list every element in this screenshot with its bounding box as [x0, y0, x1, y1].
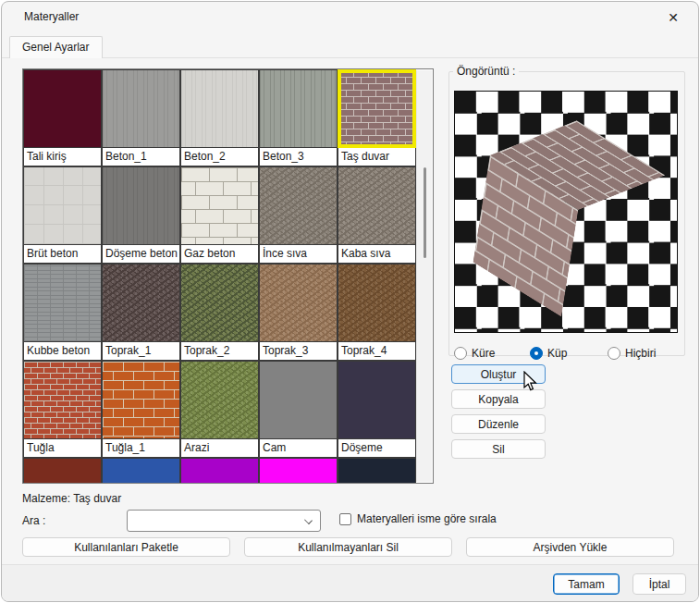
checkbox-box[interactable]: [339, 513, 351, 525]
copy-button[interactable]: Kopyala: [451, 389, 546, 409]
material-thumbnail[interactable]: [338, 458, 416, 484]
material-label: Taş duvar: [338, 148, 416, 166]
material-tile-toprak-2[interactable]: Toprak_2: [180, 264, 259, 361]
material-tile[interactable]: [338, 458, 416, 484]
delete-unused-button[interactable]: Kullanılmayanları Sil: [244, 537, 452, 557]
material-thumbnail[interactable]: [23, 458, 102, 484]
material-thumbnail[interactable]: [259, 361, 338, 439]
material-thumbnail[interactable]: [180, 361, 259, 439]
material-label: Beton_3: [259, 148, 338, 166]
material-thumbnail[interactable]: [338, 361, 416, 439]
material-label: Toprak_1: [102, 342, 180, 361]
material-tile-cam[interactable]: Cam: [259, 361, 338, 458]
material-thumbnail[interactable]: [102, 69, 180, 148]
material-label: Tali kiriş: [23, 148, 102, 166]
material-tile[interactable]: [180, 458, 259, 484]
material-thumbnail[interactable]: [102, 361, 180, 439]
material-thumbnail[interactable]: [23, 69, 102, 148]
material-tile[interactable]: [23, 458, 102, 484]
material-tile-arazi[interactable]: Arazi: [180, 361, 259, 458]
material-label: Beton_1: [102, 148, 180, 166]
material-tile-tu-la-1[interactable]: Tuğla_1: [102, 361, 180, 458]
material-tile-beton-3[interactable]: Beton_3: [259, 69, 338, 166]
material-thumbnail[interactable]: [102, 264, 180, 342]
scrollbar[interactable]: [416, 70, 432, 482]
material-label: Beton_2: [180, 148, 259, 166]
material-tile-toprak-4[interactable]: Toprak_4: [338, 264, 416, 361]
selected-material-label: Malzeme: Taş duvar: [22, 492, 121, 505]
material-label: Toprak_4: [338, 342, 416, 361]
material-label: Tuğla: [23, 439, 102, 458]
material-label: Brüt beton: [23, 245, 102, 264]
material-label: İnce sıva: [259, 245, 338, 264]
material-thumbnail[interactable]: [338, 69, 416, 148]
delete-button[interactable]: Sil: [451, 439, 546, 459]
material-thumbnail[interactable]: [102, 458, 180, 484]
load-from-archive-button[interactable]: Arşivden Yükle: [466, 537, 674, 557]
material-thumbnail[interactable]: [102, 166, 180, 245]
radio-kup-circle[interactable]: [530, 347, 543, 360]
material-tile[interactable]: [259, 458, 338, 484]
material-tile-gaz-beton[interactable]: Gaz beton: [180, 166, 259, 264]
material-list[interactable]: Tali kirişBeton_1Beton_2Beton_3Taş duvar…: [22, 68, 434, 484]
material-thumbnail[interactable]: [259, 69, 338, 148]
preview-cube: [468, 117, 669, 318]
radio-hicbiri[interactable]: Hiçbiri: [608, 347, 656, 360]
radio-kure-circle[interactable]: [454, 347, 467, 360]
radio-kure[interactable]: Küre: [454, 347, 530, 360]
material-thumbnail[interactable]: [180, 69, 259, 148]
material-tile-beton-1[interactable]: Beton_1: [102, 69, 180, 166]
create-button[interactable]: Oluştur: [451, 364, 546, 384]
material-label: Toprak_2: [180, 342, 259, 361]
material-thumbnail[interactable]: [180, 166, 259, 245]
material-tile-d-eme[interactable]: Döşeme: [338, 361, 416, 458]
radio-hicbiri-label: Hiçbiri: [625, 347, 656, 360]
material-tile[interactable]: [102, 458, 180, 484]
material-tile-toprak-3[interactable]: Toprak_3: [259, 264, 338, 361]
material-tile-kubbe-beton[interactable]: Kubbe beton: [23, 264, 102, 361]
material-thumbnail[interactable]: [180, 264, 259, 342]
search-combobox[interactable]: [127, 510, 321, 532]
scrollbar-thumb[interactable]: [424, 167, 426, 258]
material-thumbnail[interactable]: [259, 264, 338, 342]
search-input[interactable]: [131, 512, 298, 529]
preview-mode-radios: Küre Küp Hiçbiri: [454, 344, 680, 363]
titlebar: Materyaller ✕: [2, 2, 698, 33]
material-tile-ta-duvar[interactable]: Taş duvar: [338, 69, 416, 166]
material-label: Gaz beton: [180, 245, 259, 264]
sort-by-name-checkbox[interactable]: Materyalleri isme göre sırala: [339, 512, 497, 525]
close-button[interactable]: ✕: [659, 7, 687, 28]
material-tile-toprak-1[interactable]: Toprak_1: [102, 264, 180, 361]
material-label: Toprak_3: [259, 342, 338, 361]
preview-group-label: Öngörüntü :: [453, 65, 519, 78]
material-thumbnail[interactable]: [338, 264, 416, 342]
material-tile-tu-la[interactable]: Tuğla: [23, 361, 102, 458]
material-tile-d-eme-beton[interactable]: Döşeme beton: [102, 166, 180, 264]
material-tile-br-t-beton[interactable]: Brüt beton: [23, 166, 102, 264]
material-tile-kaba-s-va[interactable]: Kaba sıva: [338, 166, 416, 264]
sort-by-name-label: Materyalleri isme göre sırala: [357, 512, 497, 525]
material-tile-i-nce-s-va[interactable]: İnce sıva: [259, 166, 338, 264]
material-thumbnail[interactable]: [259, 458, 338, 484]
tab-genel-ayarlar[interactable]: Genel Ayarlar: [9, 36, 103, 58]
edit-button[interactable]: Düzenle: [451, 414, 546, 434]
material-grid: Tali kirişBeton_1Beton_2Beton_3Taş duvar…: [23, 69, 416, 484]
material-tile-tali-kiri-[interactable]: Tali kiriş: [23, 69, 102, 166]
material-thumbnail[interactable]: [180, 458, 259, 484]
search-label: Ara :: [22, 514, 45, 527]
radio-kup[interactable]: Küp: [530, 347, 608, 360]
package-used-button[interactable]: Kullanılanları Paketle: [22, 537, 230, 557]
material-thumbnail[interactable]: [23, 361, 102, 439]
material-tile-beton-2[interactable]: Beton_2: [180, 69, 259, 166]
materials-dialog: Materyaller ✕ Genel Ayarlar Tali kirişBe…: [1, 1, 699, 602]
material-label: Tuğla_1: [102, 439, 180, 458]
radio-hicbiri-circle[interactable]: [608, 347, 620, 360]
cancel-button[interactable]: İptal: [632, 573, 686, 595]
material-thumbnail[interactable]: [259, 166, 338, 245]
chevron-down-icon[interactable]: [304, 516, 313, 524]
ok-button[interactable]: Tamam: [553, 573, 620, 595]
material-label: Kaba sıva: [338, 245, 416, 264]
material-thumbnail[interactable]: [338, 166, 416, 245]
material-thumbnail[interactable]: [23, 264, 102, 342]
material-thumbnail[interactable]: [23, 166, 102, 245]
